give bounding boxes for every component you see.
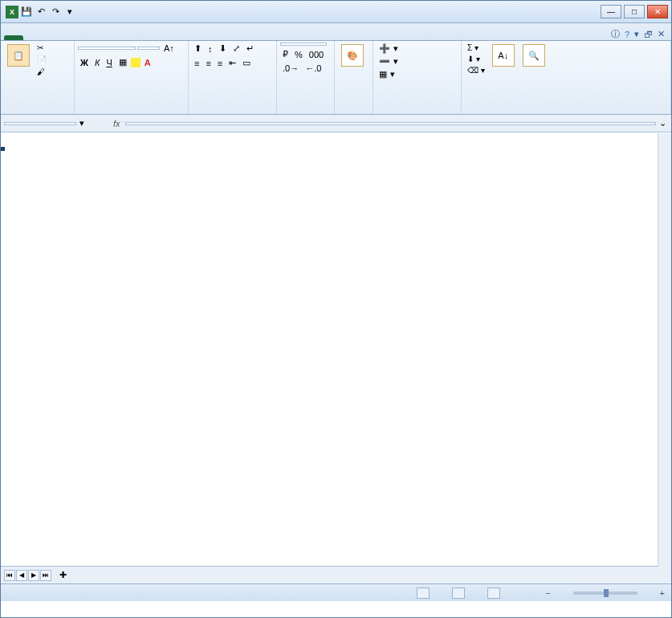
view-pagebreak-icon[interactable] <box>487 588 500 599</box>
align-left-icon[interactable]: ≡ <box>192 58 202 69</box>
fx-label[interactable]: fx <box>108 119 125 128</box>
redo-icon[interactable]: ↷ <box>49 6 62 18</box>
percent-icon[interactable]: % <box>292 49 305 60</box>
comma-icon[interactable]: 000 <box>307 49 326 60</box>
group-label-font <box>78 111 185 112</box>
fill-icon[interactable]: ⬇ ▾ <box>465 54 487 64</box>
number-format-select[interactable] <box>280 43 327 46</box>
font-name-select[interactable] <box>78 47 136 50</box>
underline-button[interactable]: Ч <box>104 57 114 68</box>
sort-icon: A↓ <box>492 44 515 67</box>
insert-cells-button[interactable]: ➕ ▾ <box>377 43 401 55</box>
sheet-nav-next[interactable]: ▶ <box>28 570 39 581</box>
sheet-nav-last[interactable]: ⏭ <box>40 570 51 581</box>
formula-bar: ▾ fx ⌄ <box>1 115 671 132</box>
close-button[interactable]: ✕ <box>647 5 668 18</box>
font-color-button[interactable]: A <box>142 57 153 68</box>
view-pagelayout-icon[interactable] <box>452 588 465 599</box>
increase-decimal-icon[interactable]: .0→ <box>280 63 301 74</box>
file-tab[interactable] <box>4 35 23 40</box>
namebox-dropdown-icon[interactable]: ▾ <box>79 118 84 128</box>
status-bar: − + <box>1 583 671 601</box>
bold-button[interactable]: Ж <box>78 57 91 68</box>
format-cells-button[interactable]: ▦ ▾ <box>377 68 397 80</box>
align-middle-icon[interactable]: ↕ <box>206 43 215 55</box>
formula-expand-icon[interactable]: ⌄ <box>659 118 671 128</box>
title-bar: X 💾 ↶ ↷ ▾ — □ ✕ <box>1 1 671 23</box>
delete-cells-button[interactable]: ➖ ▾ <box>377 55 401 67</box>
align-bottom-icon[interactable]: ⬇ <box>217 43 229 55</box>
ribbon-options-icon[interactable]: ▾ <box>634 29 639 39</box>
name-box[interactable] <box>4 122 76 125</box>
view-normal-icon[interactable] <box>417 588 430 599</box>
minimize-button[interactable]: — <box>601 5 621 18</box>
border-button[interactable]: ▦ <box>116 56 129 68</box>
save-icon[interactable]: 💾 <box>20 6 33 18</box>
zoom-out-icon[interactable]: − <box>545 588 550 598</box>
align-top-icon[interactable]: ⬆ <box>192 43 204 55</box>
sheet-tab-bar: ⏮ ◀ ▶ ⏭ ✚ <box>1 566 671 583</box>
excel-icon: X <box>6 6 18 18</box>
sort-filter-button[interactable]: A↓ <box>489 43 518 70</box>
find-icon: 🔍 <box>523 44 545 67</box>
fill-handle[interactable] <box>1 147 5 151</box>
zoom-slider[interactable] <box>573 592 637 595</box>
sheet-nav-first[interactable]: ⏮ <box>4 570 15 581</box>
sheet-nav-prev[interactable]: ◀ <box>16 570 27 581</box>
group-label-alignment <box>192 111 273 112</box>
vertical-scrollbar[interactable] <box>658 133 671 567</box>
wrap-text-icon[interactable]: ↵ <box>244 43 256 55</box>
find-select-button[interactable]: 🔍 <box>519 43 548 70</box>
merge-icon[interactable]: ▭ <box>240 57 253 69</box>
help-icon[interactable]: ? <box>625 30 629 39</box>
increase-font-icon[interactable]: A↑ <box>161 43 177 54</box>
copy-icon[interactable]: 📄 <box>35 55 49 65</box>
formula-input[interactable] <box>125 122 656 125</box>
zoom-in-icon[interactable]: + <box>660 588 665 598</box>
window-close-icon[interactable]: ✕ <box>658 29 665 39</box>
new-sheet-icon[interactable]: ✚ <box>55 570 71 580</box>
qat-more-icon[interactable]: ▾ <box>63 6 76 18</box>
fill-color-button[interactable] <box>131 58 141 67</box>
undo-icon[interactable]: ↶ <box>35 6 47 18</box>
group-label-editing <box>465 111 667 112</box>
cut-icon[interactable]: ✂ <box>35 43 49 53</box>
currency-icon[interactable]: ₽ <box>280 48 291 60</box>
ribbon-tabs: ⓘ ? ▾ 🗗 ✕ <box>1 23 671 41</box>
styles-icon: 🎨 <box>341 44 364 67</box>
align-center-icon[interactable]: ≡ <box>203 58 213 69</box>
paste-button[interactable]: 📋 <box>4 43 33 70</box>
font-size-select[interactable] <box>137 47 160 50</box>
quick-access-toolbar: X 💾 ↶ ↷ ▾ <box>1 6 76 18</box>
worksheet-grid[interactable] <box>1 132 671 566</box>
group-label-styles <box>338 111 369 112</box>
styles-button[interactable]: 🎨 <box>338 43 367 70</box>
clipboard-icon: 📋 <box>7 44 30 67</box>
indent-decrease-icon[interactable]: ⇤ <box>226 57 238 69</box>
ribbon-minimize-icon[interactable]: ⓘ <box>611 28 620 40</box>
maximize-button[interactable]: □ <box>624 5 645 18</box>
window-restore-icon[interactable]: 🗗 <box>644 30 653 39</box>
ribbon: 📋 ✂ 📄 🖌 A↑ Ж К Ч ▦ A <box>1 41 671 115</box>
align-right-icon[interactable]: ≡ <box>215 58 225 69</box>
group-label-cells <box>377 111 458 112</box>
group-label-clipboard <box>4 111 71 112</box>
decrease-decimal-icon[interactable]: ←.0 <box>303 63 324 74</box>
group-label-number <box>280 111 331 112</box>
autosum-icon[interactable]: Σ ▾ <box>465 43 487 53</box>
italic-button[interactable]: К <box>92 57 102 68</box>
clear-icon[interactable]: ⌫ ▾ <box>465 65 487 75</box>
format-painter-icon[interactable]: 🖌 <box>35 67 49 77</box>
orientation-icon[interactable]: ⤢ <box>230 43 242 55</box>
